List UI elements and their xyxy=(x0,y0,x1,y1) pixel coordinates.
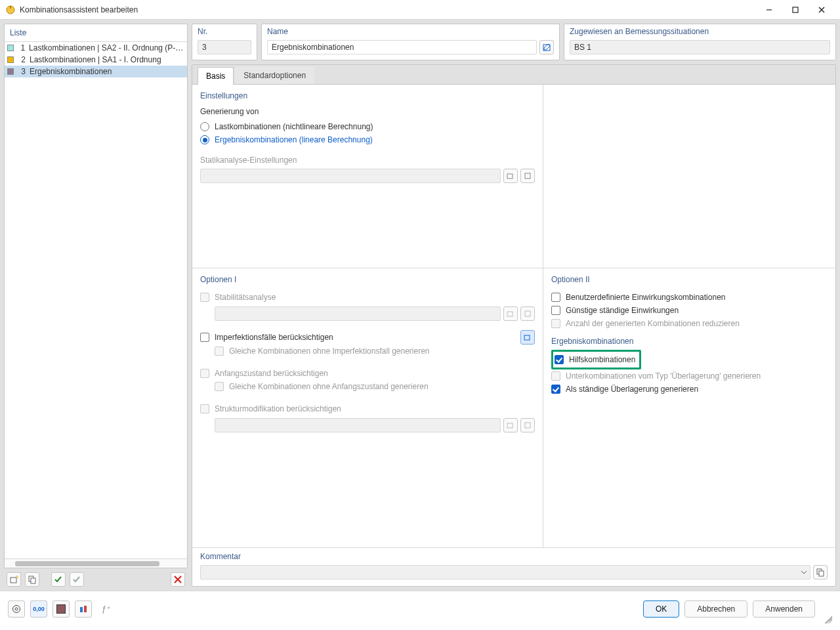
svg-rect-23 xyxy=(80,607,83,612)
check-permanent-overlay[interactable]: Als ständige Überlagerung generieren xyxy=(551,383,828,396)
stability-input xyxy=(215,306,501,321)
sidebar-toolbar xyxy=(4,568,188,587)
list-rows: 1Lastkombinationen | SA2 - II. Ordnung (… xyxy=(5,42,187,558)
svg-rect-13 xyxy=(525,173,530,178)
stability-settings-icon xyxy=(520,306,535,321)
tab-basis[interactable]: Basis xyxy=(198,67,234,85)
check-initial-state-sub: Gleiche Kombinationen ohne Anfangszustan… xyxy=(215,380,535,393)
list-panel: Liste 1Lastkombinationen | SA2 - II. Ord… xyxy=(4,24,188,568)
assigned-box: Zugewiesen an Bemessungssituationen BS 1 xyxy=(564,24,836,60)
imperfection-assign-icon[interactable] xyxy=(520,330,535,345)
struct-new-icon xyxy=(503,418,518,432)
svg-rect-18 xyxy=(525,423,530,428)
check-userdef[interactable]: Benutzerdefinierte Einwirkungskombinatio… xyxy=(551,291,828,304)
checkbox-icon xyxy=(215,382,224,391)
svg-rect-15 xyxy=(525,311,530,316)
check-off-icon[interactable] xyxy=(70,572,84,587)
svg-rect-8 xyxy=(31,578,35,583)
tab-standardoptionen[interactable]: Standardoptionen xyxy=(235,66,314,84)
tabs-bar: Basis Standardoptionen xyxy=(192,65,835,85)
check-initial-state: Anfangszustand berücksichtigen xyxy=(200,367,535,380)
optionen2-title: Optionen II xyxy=(551,275,828,284)
delete-icon[interactable] xyxy=(171,572,185,587)
section-empty-top-right xyxy=(543,85,835,268)
color-swatch xyxy=(7,68,14,75)
list-item[interactable]: 1Lastkombinationen | SA2 - II. Ordnung (… xyxy=(5,42,187,54)
model-icon[interactable] xyxy=(75,600,92,618)
radio-icon xyxy=(200,135,209,144)
svg-rect-20 xyxy=(819,571,824,576)
static-new-icon[interactable] xyxy=(503,169,518,183)
dialog-footer: 0,00 ƒ⁺ OK Abbrechen Anwenden xyxy=(0,591,840,626)
list-header: Liste xyxy=(5,24,187,42)
section-optionen-2: Optionen II Benutzerdefinierte Einwirkun… xyxy=(543,268,835,547)
help-icon[interactable] xyxy=(8,600,25,618)
horizontal-scrollbar[interactable] xyxy=(5,558,187,568)
einstellungen-title: Einstellungen xyxy=(200,91,535,100)
checkbox-icon xyxy=(215,346,224,356)
check-stability: Stabilitätsanalyse xyxy=(200,291,535,304)
ok-button[interactable]: OK xyxy=(643,600,679,618)
resize-grip[interactable] xyxy=(823,614,832,623)
titlebar: Kombinationsassistent bearbeiten xyxy=(0,0,840,20)
svg-rect-14 xyxy=(507,312,513,316)
radio-lastkombinationen[interactable]: Lastkombinationen (nichtlineare Berechnu… xyxy=(200,120,535,133)
svg-rect-24 xyxy=(84,606,87,612)
static-settings-icon[interactable] xyxy=(520,169,535,183)
radio-ergebniskombinationen[interactable]: Ergebniskombinationen (lineare Berechnun… xyxy=(200,133,535,146)
list-item[interactable]: 2Lastkombinationen | SA1 - I. Ordnung xyxy=(5,54,187,66)
cancel-button[interactable]: Abbrechen xyxy=(684,600,747,618)
assigned-label: Zugewiesen an Bemessungssituationen xyxy=(570,27,830,36)
kommentar-library-icon[interactable] xyxy=(813,565,828,579)
maximize-button[interactable] xyxy=(782,1,808,19)
check-favorable[interactable]: Günstige ständige Einwirkungen xyxy=(551,304,828,317)
static-analysis-label: Statikanalyse-Einstellungen xyxy=(200,156,535,165)
section-einstellungen: Einstellungen Generierung von Lastkombin… xyxy=(192,85,543,268)
nr-label: Nr. xyxy=(198,27,251,36)
new-item-icon[interactable] xyxy=(7,572,21,587)
function-icon[interactable]: ƒ⁺ xyxy=(97,600,114,618)
checkbox-icon xyxy=(200,293,209,302)
checkbox-icon xyxy=(200,333,209,342)
copy-item-icon[interactable] xyxy=(25,572,39,587)
list-item[interactable]: 3Ergebniskombinationen xyxy=(5,66,187,77)
list-item-number: 3 xyxy=(18,67,26,76)
checkbox-icon xyxy=(551,371,560,381)
nr-input[interactable]: 3 xyxy=(198,40,251,54)
check-reduce: Anzahl der generierten Kombinationen red… xyxy=(551,317,828,330)
static-analysis-input xyxy=(200,169,501,183)
kommentar-combo[interactable] xyxy=(200,565,810,579)
svg-rect-16 xyxy=(524,335,530,340)
kommentar-title: Kommentar xyxy=(200,552,828,561)
check-aux[interactable]: Hilfskombinationen xyxy=(555,353,635,366)
nr-box: Nr. 3 xyxy=(192,24,257,60)
chevron-down-icon xyxy=(801,569,807,576)
struct-mod-input xyxy=(215,418,501,432)
color-icon[interactable] xyxy=(52,600,70,618)
color-swatch xyxy=(7,45,14,51)
gen-von-label: Generierung von xyxy=(200,107,535,116)
name-box: Name Ergebniskombinationen xyxy=(261,24,560,60)
name-input[interactable]: Ergebniskombinationen xyxy=(267,40,537,54)
list-item-label: Lastkombinationen | SA2 - II. Ordnung (P… xyxy=(29,43,184,52)
apply-button[interactable]: Anwenden xyxy=(753,600,815,618)
checkbox-icon xyxy=(551,385,560,394)
close-button[interactable] xyxy=(808,1,835,19)
checkbox-icon xyxy=(200,369,209,378)
check-subcomb: Unterkombinationen vom Typ 'Überlagerung… xyxy=(551,369,828,383)
result-comb-title: Ergebniskombinationen xyxy=(551,337,828,346)
check-on-icon[interactable] xyxy=(51,572,66,587)
svg-rect-1 xyxy=(10,6,11,9)
check-struct-mod: Strukturmodifikation berücksichtigen xyxy=(200,402,535,415)
check-imperfection-sub: Gleiche Kombinationen ohne Imperfektions… xyxy=(215,345,535,358)
assigned-input[interactable]: BS 1 xyxy=(570,40,830,54)
svg-point-21 xyxy=(13,605,20,612)
edit-name-icon[interactable] xyxy=(539,40,554,54)
app-icon xyxy=(5,5,16,15)
minimize-button[interactable] xyxy=(756,1,782,19)
svg-rect-3 xyxy=(793,7,798,12)
svg-rect-12 xyxy=(507,174,513,178)
section-optionen-1: Optionen I Stabilitätsanalyse xyxy=(192,268,543,547)
units-icon[interactable]: 0,00 xyxy=(30,600,47,618)
check-imperfection[interactable]: Imperfektionsfälle berücksichtigen xyxy=(200,331,520,344)
